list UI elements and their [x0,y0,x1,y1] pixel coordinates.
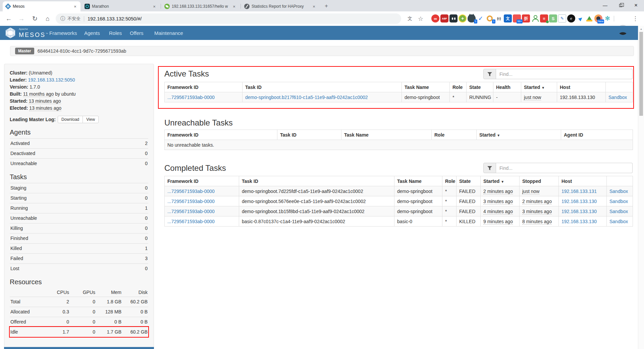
filter-icon[interactable] [483,163,496,173]
col-framework-id[interactable]: Framework ID [165,130,277,140]
nav-item-maintenance[interactable]: Maintenance [154,26,183,40]
extension-green-plus-icon[interactable]: + [459,14,467,22]
extension-cat-icon[interactable]: 1 [468,14,476,22]
leader-link[interactable]: 192.168.133.132:5050 [28,77,75,83]
reload-icon[interactable]: ↻ [29,11,41,26]
col-started[interactable]: Started ▼ [521,82,557,92]
extension-person-icon[interactable] [531,14,539,22]
col-started[interactable]: Started ▼ [477,130,561,140]
host-link[interactable]: 192.168.133.130 [561,199,597,204]
extension-hexflower-icon[interactable]: ✻ [603,14,611,22]
extension-infinity-icon[interactable]: ∞ [431,14,439,22]
nav-item-agents[interactable]: Agents [84,26,100,40]
col-sandbox[interactable] [606,82,633,92]
col-agent-id[interactable]: Agent ID [561,130,633,140]
col-health[interactable]: Health [493,82,521,92]
mesos-brand[interactable]: Apache MESOS™ [5,27,49,39]
col-task-id[interactable]: Task ID [277,130,341,140]
col-host[interactable]: Host [557,82,606,92]
sandbox-link[interactable]: Sandbox [609,189,628,194]
task-id-link[interactable]: demo-springboot.b217f610-c1a5-11e9-aaf9-… [245,95,368,100]
extension-coupon-zhe-icon[interactable]: 折 [522,14,530,22]
tab-close-icon[interactable]: × [152,4,157,9]
col-task-id[interactable]: Task ID [243,82,402,92]
col-role[interactable]: Role [442,176,457,186]
filter-icon[interactable] [483,69,496,79]
scrollbar-up-icon[interactable]: ▲ [638,28,644,31]
col-started[interactable]: Started ▼ [481,176,520,186]
address-bar[interactable]: ⓘ 不安全 192.168.133.132:5050/#/ [56,13,401,24]
extension-adblock-plus-icon[interactable]: ABP [440,14,448,22]
site-info-icon[interactable]: ⓘ [60,16,65,22]
framework-id-link[interactable]: ...7295671593ab-0000 [167,199,215,204]
col-role[interactable]: Role [450,82,467,92]
extension-share-icon[interactable]: ▶ [576,14,584,22]
col-task-id[interactable]: Task ID [239,176,394,186]
extension-mail-icon[interactable]: 99+ [513,14,521,22]
tab-spring-hello[interactable]: 192.168.133.131:31657/hello w × [162,1,239,11]
framework-id-link[interactable]: ...7295671593ab-0000 [167,189,215,194]
sandbox-link[interactable]: Sandbox [609,199,628,204]
col-role[interactable]: Role [432,130,477,140]
extension-s-icon[interactable]: S [549,14,557,22]
extension-translate-icon[interactable]: 文 [504,14,512,22]
nav-item-offers[interactable]: Offers [130,26,144,40]
window-minimize-button[interactable]: — [597,0,613,11]
scrollbar-thumb[interactable] [639,32,643,116]
col-sandbox[interactable] [607,176,633,186]
extension-orange-ring-icon[interactable]: 1 [486,14,494,22]
col-framework-id[interactable]: Framework ID [165,82,243,92]
tab-close-icon[interactable]: × [72,4,78,9]
extension-drive-icon[interactable] [585,14,593,22]
window-close-button[interactable]: × [628,0,644,11]
mesos-logo-icon [5,27,16,39]
bookmark-star-icon[interactable]: ☆ [416,11,425,26]
tab-close-icon[interactable]: × [311,4,317,9]
extension-camera-icon[interactable]: New [594,14,602,22]
nav-item-frameworks[interactable]: Frameworks [49,26,77,40]
framework-id-link[interactable]: ...7295671593ab-0000 [167,219,215,224]
browser-menu-icon[interactable]: ⋮ [633,11,638,26]
tab-haproxy-stats[interactable]: Statistics Report for HAProxy × [241,1,319,11]
col-task-name[interactable]: Task Name [394,176,442,186]
log-download-button[interactable]: Download [58,116,83,123]
tab-mesos[interactable]: Mesos × [3,1,80,11]
tab-close-icon[interactable]: × [231,4,237,9]
extension-tasklist-icon[interactable]: ≡ [540,14,548,22]
page-scrollbar[interactable]: ▲ [638,26,644,349]
host-link[interactable]: 192.168.133.131 [561,189,597,194]
col-host[interactable]: Host [559,176,607,186]
home-icon[interactable]: ⌂ [42,11,54,26]
back-icon[interactable]: ← [3,11,15,26]
extension-dark-eyes-icon[interactable] [449,14,458,22]
col-state[interactable]: State [467,82,493,92]
new-tab-button[interactable]: + [322,2,331,10]
col-task-name[interactable]: Task Name [402,82,450,92]
sandbox-link[interactable]: Sandbox [609,209,628,214]
started-cell: 2 minutes ago [483,189,513,194]
completed-tasks-find-input[interactable] [496,163,633,173]
extension-e-icon[interactable]: e [567,14,575,22]
col-stopped[interactable]: Stopped [520,176,559,186]
framework-id-link[interactable]: ...7295671593ab-0000 [167,95,215,100]
host-link[interactable]: 192.168.133.130 [561,209,597,214]
extension-braces-icon[interactable]: {≡} [495,14,503,22]
brand-mesos-label: MESOS™ [19,32,49,38]
sandbox-link[interactable]: Sandbox [608,95,627,100]
translate-page-icon[interactable]: 文 [405,11,415,26]
nav-item-roles[interactable]: Roles [109,26,122,40]
active-tasks-find-input[interactable] [496,69,633,79]
host-link[interactable]: 192.168.133.130 [561,219,597,224]
col-framework-id[interactable]: Framework ID [165,176,239,186]
sandbox-link[interactable]: Sandbox [609,219,628,224]
framework-id-link[interactable]: ...7295671593ab-0000 [167,209,215,214]
col-task-name[interactable]: Task Name [341,130,432,140]
window-restore-button[interactable] [613,0,628,11]
extension-note-pencil-icon[interactable]: ✎ [558,14,566,22]
tab-marathon[interactable]: Marathon × [82,1,160,11]
col-state[interactable]: State [457,176,481,186]
extension-check-icon[interactable]: ✓ [477,14,485,22]
log-view-button[interactable]: View [83,116,99,123]
forward-icon[interactable]: → [15,11,28,26]
url-text[interactable]: 192.168.133.132:5050/#/ [88,16,142,21]
